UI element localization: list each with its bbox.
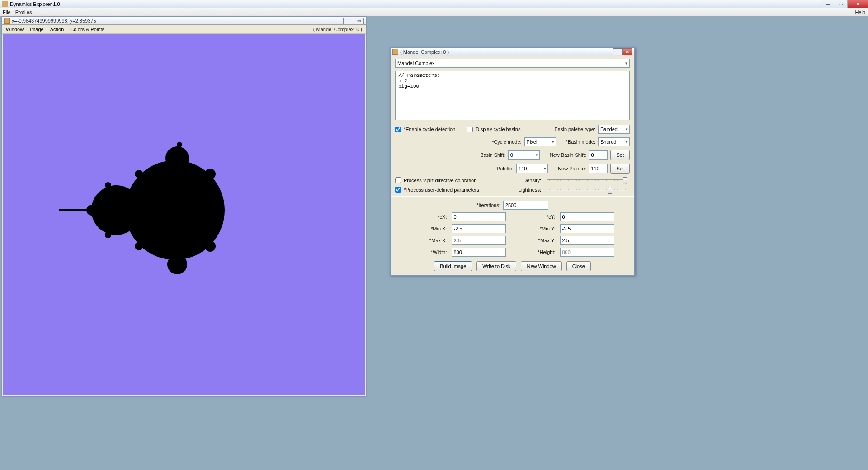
build-image-button[interactable]: Build Image	[434, 261, 472, 271]
lightness-label: Lightness:	[519, 187, 541, 193]
miny-label: *Min Y:	[515, 226, 556, 231]
height-input	[560, 248, 614, 257]
set-palette-button[interactable]: Set	[610, 164, 630, 174]
process-split-checkbox[interactable]	[395, 177, 401, 183]
app-title: Dynamics Explorer 1.0	[10, 1, 60, 7]
workspace: x=-0.9843749999999998; y=2.359375 — ▭ Wi…	[0, 16, 868, 470]
image-window-titlebar[interactable]: x=-0.9843749999999998; y=2.359375 — ▭	[2, 17, 366, 25]
svg-point-3	[165, 146, 189, 170]
svg-point-2	[91, 185, 141, 235]
fractal-type-select[interactable]: Mandel Complex	[395, 59, 630, 68]
minx-input[interactable]	[452, 224, 506, 233]
close-button[interactable]: Close	[566, 261, 591, 271]
image-menu-colors[interactable]: Colors & Points	[70, 27, 104, 32]
image-window-menubar: Window Image Action Colors & Points ( Ma…	[2, 25, 366, 34]
maxx-label: *Max X:	[406, 238, 447, 243]
cycle-mode-label: *Cycle mode:	[492, 139, 521, 145]
process-user-params-label: *Process user-defined parameters	[404, 187, 479, 193]
basin-shift-select[interactable]: 0	[508, 150, 540, 160]
display-cycle-basins-checkbox[interactable]	[467, 127, 473, 132]
new-palette-label: New Palette:	[558, 166, 586, 171]
dialog-close-button[interactable]: ✕	[623, 48, 632, 55]
image-menu-image[interactable]: Image	[30, 27, 44, 32]
process-split-label: Process 'split' directive coloration	[404, 178, 476, 183]
cycle-mode-select[interactable]: Pixel	[524, 137, 556, 146]
minx-label: *Min X:	[406, 226, 447, 231]
palette-label: Palette:	[497, 166, 514, 171]
menu-help[interactable]: Help	[855, 9, 865, 15]
menu-file[interactable]: File	[3, 9, 11, 15]
maxx-input[interactable]	[452, 236, 506, 245]
cx-label: *cX:	[406, 214, 447, 220]
image-menu-window[interactable]: Window	[6, 27, 24, 32]
image-window-icon	[4, 18, 10, 24]
basin-mode-label: *Basin mode:	[566, 139, 595, 145]
app-minimize-button[interactable]: —	[822, 0, 835, 8]
palette-select[interactable]: 110	[516, 164, 548, 173]
density-slider[interactable]	[547, 179, 627, 181]
svg-point-5	[86, 205, 97, 216]
miny-input[interactable]	[560, 224, 614, 233]
app-icon	[2, 1, 8, 7]
image-window-coords: x=-0.9843749999999998; y=2.359375	[12, 18, 96, 24]
parameters-textarea[interactable]	[395, 70, 630, 120]
fractal-type-value: Mandel Complex	[397, 61, 435, 66]
menu-profiles[interactable]: Profiles	[15, 9, 32, 15]
new-basin-shift-input[interactable]	[589, 150, 608, 160]
new-window-button[interactable]: New Window	[521, 261, 561, 271]
dialog-icon	[392, 49, 398, 55]
separator	[391, 196, 634, 197]
svg-point-9	[135, 242, 143, 250]
app-titlebar: Dynamics Explorer 1.0 — ▭ ✕	[0, 0, 868, 8]
density-label: Density:	[523, 178, 541, 183]
app-maximize-button[interactable]: ▭	[835, 0, 847, 8]
enable-cycle-detection-label: *Enable cycle detection	[404, 127, 455, 132]
app-close-button[interactable]: ✕	[847, 0, 868, 8]
svg-point-11	[105, 182, 111, 188]
set-basin-shift-button[interactable]: Set	[610, 150, 630, 160]
image-window-minimize-button[interactable]: —	[343, 18, 353, 24]
svg-point-7	[205, 241, 216, 252]
image-menu-action[interactable]: Action	[50, 27, 64, 32]
new-palette-input[interactable]	[589, 164, 608, 173]
maxy-input[interactable]	[560, 236, 614, 245]
lightness-slider[interactable]	[547, 189, 627, 191]
basin-shift-label: Basin Shift:	[480, 152, 505, 158]
image-window-maximize-button[interactable]: ▭	[354, 18, 364, 24]
basin-mode-select[interactable]: Shared	[598, 137, 630, 146]
new-basin-shift-label: New Basin Shift:	[550, 152, 586, 158]
mandel-settings-dialog: ( Mandel Complex: 0 ) — ✕ Mandel Complex…	[390, 47, 635, 276]
cy-input[interactable]	[560, 212, 614, 221]
svg-point-12	[105, 232, 111, 238]
fractal-canvas[interactable]	[3, 34, 365, 395]
dialog-minimize-button[interactable]: —	[613, 48, 623, 55]
basin-palette-type-select[interactable]: Banded	[598, 125, 630, 134]
width-input[interactable]	[452, 248, 506, 257]
iterations-label: *Iterations:	[476, 202, 500, 208]
image-window-type-label: ( Mandel Complex: 0 )	[313, 27, 362, 32]
svg-point-4	[167, 254, 187, 274]
svg-point-8	[135, 170, 143, 178]
app-menubar: File Profiles Help	[0, 8, 868, 16]
svg-rect-13	[59, 209, 86, 211]
fractal-image-window: x=-0.9843749999999998; y=2.359375 — ▭ Wi…	[2, 16, 366, 397]
maxy-label: *Max Y:	[515, 238, 556, 243]
height-label: *Height:	[515, 249, 556, 255]
svg-point-6	[205, 169, 216, 179]
process-user-params-checkbox[interactable]	[395, 187, 401, 193]
iterations-input[interactable]	[503, 201, 548, 210]
enable-cycle-detection-checkbox[interactable]	[395, 127, 401, 132]
write-to-disk-button[interactable]: Write to Disk	[476, 261, 516, 271]
width-label: *Width:	[406, 249, 447, 255]
display-cycle-basins-label: Display cycle basins	[476, 127, 520, 132]
basin-palette-type-label: Basin palette type:	[554, 127, 595, 132]
cx-input[interactable]	[452, 212, 506, 221]
cy-label: *cY:	[515, 214, 556, 220]
dialog-titlebar[interactable]: ( Mandel Complex: 0 ) — ✕	[391, 48, 634, 56]
dialog-title: ( Mandel Complex: 0 )	[400, 49, 449, 55]
svg-point-10	[177, 142, 182, 147]
